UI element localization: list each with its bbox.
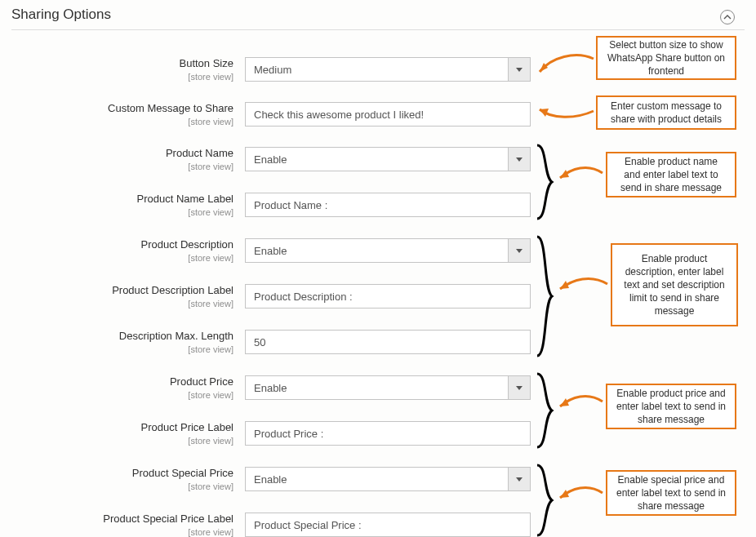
scope-button-size: [store view]: [188, 72, 233, 82]
select-button-size-value: Medium: [245, 57, 508, 82]
scope-product-price-label: [store view]: [188, 436, 233, 446]
select-product-description-value: Enable: [245, 238, 508, 263]
collapse-section-button[interactable]: [720, 10, 735, 24]
callout-product-description: Enable product description, enter label …: [611, 243, 738, 326]
select-product-special-price-value: Enable: [245, 467, 508, 491]
chevron-down-icon: [516, 476, 523, 482]
select-button-size-toggle[interactable]: [508, 57, 531, 82]
select-product-name-toggle[interactable]: [508, 147, 531, 171]
arrow-icon: [555, 392, 606, 413]
callout-button-size: Select button size to show WhatsApp Shar…: [596, 36, 736, 80]
arrow-icon: [535, 49, 596, 82]
chevron-down-icon: [516, 247, 523, 254]
input-product-name-label[interactable]: [245, 193, 531, 217]
svg-marker-3: [516, 386, 523, 390]
svg-marker-2: [516, 249, 523, 253]
select-button-size[interactable]: Medium: [245, 57, 531, 82]
scope-product-description-label: [store view]: [188, 299, 233, 308]
label-product-special-price-label: Product Special Price Label: [103, 513, 233, 525]
input-custom-message[interactable]: [245, 102, 531, 126]
brace-icon: [534, 144, 555, 220]
input-product-description-label[interactable]: [245, 284, 531, 308]
callout-product-price: Enable product price and enter label tex…: [606, 384, 736, 429]
arrow-icon: [555, 483, 606, 504]
brace-icon: [534, 235, 555, 357]
callout-custom-message: Enter custom message to share with produ…: [596, 95, 736, 130]
select-product-price-toggle[interactable]: [508, 375, 531, 400]
brace-icon: [534, 372, 555, 449]
arrow-icon: [535, 98, 596, 122]
select-product-description-toggle[interactable]: [508, 238, 531, 263]
callout-product-special-price: Enable special price and enter label tex…: [606, 470, 736, 516]
scope-product-price: [store view]: [188, 390, 233, 400]
chevron-up-icon: [723, 13, 732, 21]
scope-custom-message: [store view]: [188, 117, 233, 126]
scope-product-name-label: [store view]: [188, 207, 233, 217]
label-description-max-length: Description Max. Length: [119, 330, 233, 342]
arrow-icon: [555, 274, 611, 295]
chevron-down-icon: [516, 156, 523, 162]
section-title: Sharing Options: [11, 7, 111, 23]
select-product-price[interactable]: Enable: [245, 375, 531, 400]
select-product-name[interactable]: Enable: [245, 147, 531, 171]
label-product-name: Product Name: [166, 147, 233, 159]
brace-icon: [534, 464, 555, 537]
svg-marker-1: [516, 158, 523, 162]
label-product-price: Product Price: [170, 375, 233, 388]
input-product-special-price-label[interactable]: [245, 513, 531, 537]
arrow-icon: [555, 163, 606, 184]
label-product-description-label: Product Description Label: [112, 284, 233, 296]
select-product-special-price-toggle[interactable]: [508, 467, 531, 491]
label-product-special-price: Product Special Price: [132, 467, 233, 479]
scope-product-special-price: [store view]: [188, 482, 233, 491]
callout-product-name: Enable product name and enter label text…: [606, 152, 736, 197]
svg-marker-4: [516, 477, 523, 482]
scope-product-description: [store view]: [188, 253, 233, 263]
label-product-price-label: Product Price Label: [141, 421, 233, 433]
chevron-down-icon: [516, 384, 523, 391]
svg-marker-0: [516, 68, 523, 72]
select-product-description[interactable]: Enable: [245, 238, 531, 263]
scope-description-max-length: [store view]: [188, 344, 233, 354]
label-product-name-label: Product Name Label: [136, 193, 233, 205]
label-custom-message: Custom Message to Share: [108, 102, 233, 114]
select-product-name-value: Enable: [245, 147, 508, 171]
chevron-down-icon: [516, 66, 523, 73]
select-product-price-value: Enable: [245, 375, 508, 400]
input-description-max-length[interactable]: [245, 330, 531, 354]
input-product-price-label[interactable]: [245, 421, 531, 446]
label-button-size: Button Size: [180, 57, 234, 69]
select-product-special-price[interactable]: Enable: [245, 467, 531, 491]
scope-product-name: [store view]: [188, 162, 233, 171]
section-divider: [11, 29, 745, 30]
scope-product-special-price-label: [store view]: [188, 527, 233, 537]
label-product-description: Product Description: [141, 238, 233, 251]
